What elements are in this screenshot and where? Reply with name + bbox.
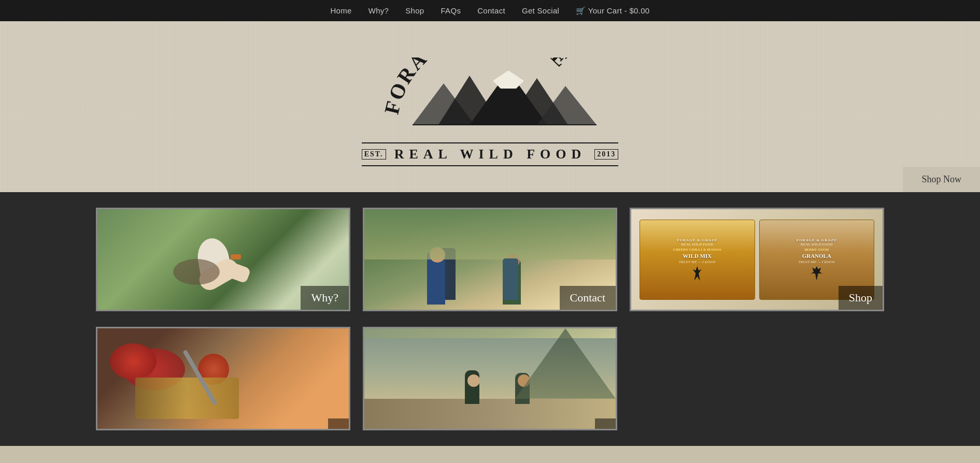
mountain-logo: FORAGE & GRAZE <box>381 57 599 140</box>
logo-subtitle: EST. REAL WILD FOOD 2013 <box>362 142 619 166</box>
hero-section: FORAGE & GRAZE EST. <box>0 21 980 192</box>
nav-home[interactable]: Home <box>330 6 351 15</box>
logo-year: 2013 <box>594 149 618 160</box>
nav-contact[interactable]: Contact <box>477 6 505 15</box>
bottom-grid <box>0 327 980 446</box>
shop-label: Shop <box>839 286 883 310</box>
nav-shop[interactable]: Shop <box>405 6 424 15</box>
food-label <box>328 418 349 429</box>
shop-now-button[interactable]: Shop Now <box>903 167 980 192</box>
why-label: Why? <box>301 286 349 310</box>
social-label <box>595 418 616 429</box>
logo-est: EST. <box>362 149 386 160</box>
cart-icon: 🛒 <box>576 6 586 15</box>
main-grid: Why? Contact FORAGE & GRAZE REAL WILD FO… <box>0 192 980 327</box>
contact-label: Contact <box>560 286 616 310</box>
contact-card[interactable]: Contact <box>363 208 617 311</box>
shop-card[interactable]: FORAGE & GRAZE REAL WILD FOOD CHEERY CHI… <box>630 208 884 311</box>
food-card[interactable] <box>96 327 350 430</box>
social-image <box>364 328 616 429</box>
social-card[interactable] <box>363 327 617 430</box>
logo: FORAGE & GRAZE EST. <box>362 57 619 166</box>
product-1: FORAGE & GRAZE REAL WILD FOOD CHEERY CHI… <box>640 220 755 300</box>
why-card[interactable]: Why? <box>96 208 350 311</box>
nav-faqs[interactable]: FAQs <box>441 6 461 15</box>
nav-why[interactable]: Why? <box>368 6 389 15</box>
main-nav: Home Why? Shop FAQs Contact Get Social 🛒… <box>0 0 980 21</box>
food-image <box>97 328 349 429</box>
nav-get-social[interactable]: Get Social <box>522 6 559 15</box>
nav-cart[interactable]: 🛒 Your Cart - $0.00 <box>576 6 649 16</box>
